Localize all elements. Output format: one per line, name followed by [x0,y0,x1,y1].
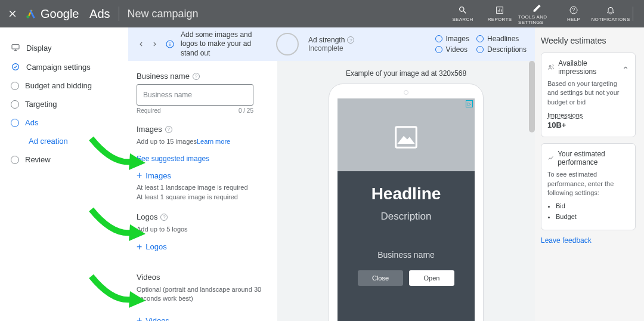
help-icon[interactable] [347,36,354,44]
nav-display[interactable]: Display [0,38,128,57]
add-logos-button[interactable]: +Logos [137,242,269,252]
help-icon[interactable] [193,73,200,80]
google-ads-logo: Google Ads [25,7,110,21]
svg-rect-3 [12,45,19,49]
phone-frame: ▷ Headline Description Business name Clo… [329,84,484,321]
add-images-button[interactable]: +Images [137,170,269,181]
ad-strength-banner: Add some images and logos to make your a… [128,27,535,61]
preview-description: Description [380,211,431,223]
leave-feedback-link[interactable]: Leave feedback [541,236,636,245]
ad-preview-pane: Example of your image ad at 320x568 ▷ He… [277,27,535,321]
opt-videos: Videos [435,45,469,54]
impressions-card: Available impressions Based on your targ… [541,53,636,137]
preview-open-button[interactable]: Open [409,270,454,286]
ad-form-pane: Business name Business name Required0 / … [128,61,277,321]
tools-settings-tool[interactable]: TOOLS AND SETTINGS [518,3,555,25]
chevron-left-icon[interactable] [137,40,145,48]
nav-budget-bidding[interactable]: Budget and bidding [0,76,128,95]
nav-ads[interactable]: Ads [0,113,128,132]
opt-images: Images [435,35,469,43]
svg-point-7 [549,65,551,67]
opt-headlines: Headlines [476,35,527,43]
nav-ad-creation[interactable]: Ad creation [0,132,128,150]
preview-close-button[interactable]: Close [358,270,403,286]
preview-headline: Headline [371,184,441,203]
chevron-right-icon[interactable] [151,40,159,48]
help-icon[interactable] [165,126,172,133]
plus-icon: + [137,170,142,181]
performance-card: Your estimated performance To see estima… [541,143,636,230]
svg-rect-6 [396,127,417,148]
page-title: New campaign [128,8,199,20]
info-icon [165,39,175,49]
people-icon [547,63,555,72]
estimates-title: Weekly estimates [541,36,636,45]
banner-message: Add some images and logos to make your a… [181,30,270,58]
close-icon[interactable] [7,8,18,19]
search-tool[interactable]: SEARCH [444,3,481,25]
opt-descriptions: Descriptions [476,45,527,54]
nav-targeting[interactable]: Targeting [0,95,128,113]
preview-title: Example of your image ad at 320x568 [346,69,466,78]
chart-icon [547,154,554,162]
scrollbar[interactable] [529,61,535,132]
reports-tool[interactable]: REPORTS [481,3,518,25]
strength-ring [276,33,299,55]
notifications-tool[interactable]: NOTIFICATIONS [592,3,629,25]
nav-review[interactable]: Review [0,150,128,169]
estimates-pane: Weekly estimates Available impressions B… [535,27,644,321]
add-videos-button[interactable]: +Videos [137,315,269,321]
business-name-input[interactable]: Business name [137,84,253,106]
help-icon[interactable] [160,214,168,221]
image-placeholder-icon [392,124,420,151]
plus-icon: + [137,315,142,321]
help-tool[interactable]: HELP [555,3,592,25]
chevron-up-icon[interactable] [622,63,629,72]
see-suggested-link[interactable]: See suggested images [137,155,269,163]
learn-more-link[interactable]: Learn more [197,138,230,145]
left-nav: Display Campaign settings Budget and bid… [0,27,128,321]
plus-icon: + [137,242,142,252]
ad-chip-icon: ▷ [466,100,473,107]
nav-campaign-settings[interactable]: Campaign settings [0,57,128,76]
preview-business: Business name [377,250,435,260]
svg-point-0 [26,16,29,18]
